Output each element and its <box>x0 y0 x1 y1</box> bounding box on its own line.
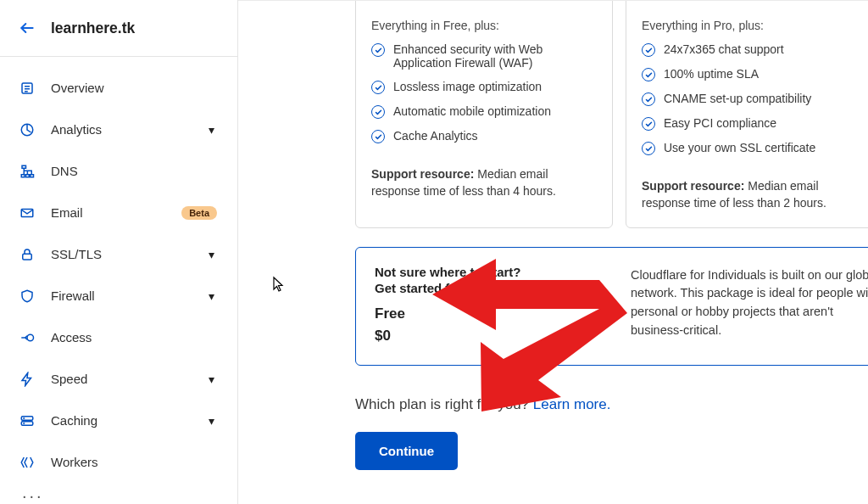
feature-row: 100% uptime SLA <box>642 62 867 87</box>
chevron-down-icon: ▾ <box>205 373 217 385</box>
chevron-down-icon: ▾ <box>205 249 217 260</box>
sidebar-item-caching[interactable]: Caching ▾ <box>0 400 237 441</box>
back-arrow-icon[interactable] <box>19 20 36 36</box>
plan-subtitle: Everything in Pro, plus: <box>642 19 867 32</box>
lock-icon <box>19 246 36 263</box>
feature-text: 24x7x365 chat support <box>664 42 784 56</box>
sidebar-item-label: Firewall <box>51 288 190 303</box>
feature-text: Automatic mobile optimization <box>393 104 551 118</box>
svg-rect-9 <box>31 174 34 176</box>
sidebar-more[interactable]: ... <box>0 483 237 504</box>
domain-name: learnhere.tk <box>51 20 135 37</box>
free-plan-left: Not sure where to start? Get started for… <box>356 248 610 365</box>
feature-row: Easy PCI compliance <box>642 111 867 136</box>
sidebar-item-workers[interactable]: Workers <box>0 441 237 483</box>
sidebar: learnhere.tk Overview Analytics ▾ DNS <box>0 0 238 504</box>
sidebar-item-label: Analytics <box>51 122 190 137</box>
chevron-down-icon: ▾ <box>205 290 217 302</box>
shield-icon <box>19 288 36 305</box>
feature-text: Enhanced security with Web Application F… <box>393 42 597 70</box>
beta-badge: Beta <box>181 206 217 220</box>
sidebar-item-label: DNS <box>51 164 217 178</box>
access-icon <box>19 329 36 346</box>
plan-cards-row: Everything in Free, plus: Enhanced secur… <box>238 0 868 228</box>
sidebar-header: learnhere.tk <box>0 0 237 57</box>
sidebar-item-ssl[interactable]: SSL/TLS ▾ <box>0 233 237 275</box>
check-icon <box>642 117 655 131</box>
sidebar-item-dns[interactable]: DNS <box>0 150 237 192</box>
drive-icon <box>19 412 36 429</box>
sidebar-list: Overview Analytics ▾ DNS Email Beta <box>0 57 237 504</box>
svg-point-16 <box>24 423 25 423</box>
sidebar-item-analytics[interactable]: Analytics ▾ <box>0 109 237 150</box>
free-line-2: Get started for free. <box>375 281 592 295</box>
continue-button[interactable]: Continue <box>355 432 458 470</box>
feature-text: CNAME set-up compatibility <box>664 92 811 105</box>
feature-row: Use your own SSL certificate <box>642 136 867 160</box>
check-icon <box>371 105 385 119</box>
check-icon <box>642 142 655 155</box>
workers-icon <box>19 454 36 471</box>
sidebar-item-label: Workers <box>51 455 217 469</box>
free-plan-price: $0 <box>375 328 592 344</box>
sidebar-item-label: Speed <box>51 372 190 386</box>
feature-row: Lossless image optimization <box>371 75 597 99</box>
learn-more-link[interactable]: Learn more. <box>533 396 611 412</box>
check-icon <box>371 81 385 94</box>
support-label: Support resource: <box>371 167 474 181</box>
feature-text: Use your own SSL certificate <box>664 141 815 154</box>
check-icon <box>371 43 385 57</box>
email-icon <box>19 204 36 221</box>
bolt-icon <box>19 371 36 388</box>
plan-card-business[interactable]: Everything in Pro, plus: 24x7x365 chat s… <box>626 0 868 228</box>
check-icon <box>642 68 655 81</box>
chevron-down-icon: ▾ <box>205 415 217 427</box>
check-icon <box>642 92 655 106</box>
feature-text: Easy PCI compliance <box>664 116 776 130</box>
feature-text: Cache Analytics <box>393 129 478 143</box>
check-icon <box>371 130 385 143</box>
feature-text: Lossless image optimization <box>393 80 542 93</box>
support-resource: Support resource: Median email response … <box>642 177 867 212</box>
dns-icon <box>19 163 36 180</box>
svg-point-12 <box>27 334 34 341</box>
sidebar-item-label: Email <box>51 205 164 220</box>
svg-point-15 <box>24 417 25 418</box>
svg-rect-6 <box>22 165 26 168</box>
sidebar-item-overview[interactable]: Overview <box>0 67 237 109</box>
support-label: Support resource: <box>642 179 744 193</box>
feature-row: Automatic mobile optimization <box>371 99 597 124</box>
feature-text: 100% uptime SLA <box>664 67 759 81</box>
feature-row: 24x7x365 chat support <box>642 37 867 62</box>
feature-row: CNAME set-up compatibility <box>642 87 867 111</box>
sidebar-item-label: SSL/TLS <box>51 247 190 261</box>
free-plan-name: Free <box>375 305 592 322</box>
sidebar-item-label: Caching <box>51 413 190 428</box>
plan-subtitle: Everything in Free, plus: <box>371 19 597 32</box>
svg-rect-11 <box>23 254 32 260</box>
chevron-down-icon: ▾ <box>205 124 217 136</box>
feature-row: Enhanced security with Web Application F… <box>371 37 597 75</box>
free-line-1: Not sure where to start? <box>375 265 592 279</box>
plan-card-pro[interactable]: Everything in Free, plus: Enhanced secur… <box>355 0 613 228</box>
sidebar-item-access[interactable]: Access <box>0 316 237 358</box>
sidebar-item-label: Overview <box>51 81 217 95</box>
free-plan-box[interactable]: Not sure where to start? Get started for… <box>355 247 868 366</box>
feature-row: Cache Analytics <box>371 124 597 148</box>
support-resource: Support resource: Median email response … <box>371 165 597 200</box>
sidebar-item-email[interactable]: Email Beta <box>0 192 237 233</box>
sidebar-item-firewall[interactable]: Firewall ▾ <box>0 275 237 316</box>
which-plan-text: Which plan is right for you? <box>355 396 533 412</box>
svg-rect-7 <box>21 174 25 176</box>
overview-icon <box>19 80 36 97</box>
check-icon <box>642 43 655 57</box>
svg-rect-8 <box>26 174 30 176</box>
free-plan-description: Cloudflare for Individuals is built on o… <box>610 248 868 365</box>
main-content: Everything in Free, plus: Enhanced secur… <box>238 0 868 504</box>
sidebar-item-label: Access <box>51 330 217 344</box>
which-plan-row: Which plan is right for you? Learn more. <box>355 396 868 413</box>
analytics-icon <box>19 121 36 138</box>
sidebar-item-speed[interactable]: Speed ▾ <box>0 358 237 400</box>
